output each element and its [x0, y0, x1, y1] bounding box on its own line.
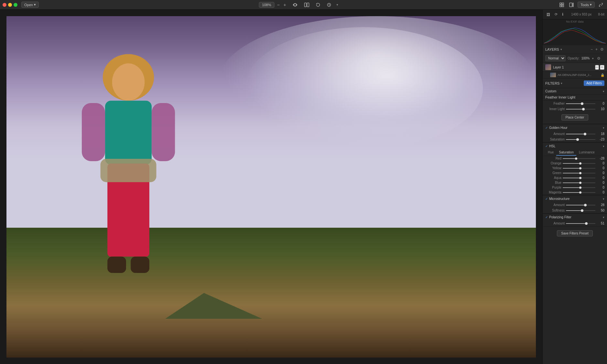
filters-title-wrap: FILTERS ▾: [545, 81, 562, 85]
blend-mode-select[interactable]: Normal: [545, 55, 566, 61]
hsl-tab-luminance[interactable]: Luminance: [576, 150, 597, 156]
hsl-magenta-row: Magenta 0: [543, 190, 607, 195]
image-bit-depth: 8-bit: [598, 13, 604, 16]
svg-rect-11: [105, 101, 152, 165]
golden-hour-amount-track[interactable]: [566, 134, 595, 134]
hsl-aqua-value: 0: [597, 176, 604, 180]
golden-hour-collapse-icon: ▾: [603, 126, 604, 130]
golden-hour-title: Golden Hour: [549, 126, 602, 130]
layer-1-item[interactable]: Layer 1 ✏ 👁: [543, 63, 607, 72]
open-button[interactable]: Open ▾: [21, 2, 39, 8]
hsl-green-fill: [563, 173, 579, 173]
hsl-purple-fill: [563, 187, 579, 188]
tools-label: Tools: [580, 3, 589, 7]
info-icons: 🖼 ⟳ ℹ: [545, 12, 565, 17]
resize-button[interactable]: [597, 2, 604, 8]
close-traffic-light[interactable]: [3, 3, 6, 7]
hsl-orange-label: Orange: [545, 161, 561, 165]
filter-name-text: Feather Inner Light: [545, 95, 575, 99]
tools-button[interactable]: Tools ▾: [578, 2, 595, 8]
layers-minus-button[interactable]: −: [590, 47, 593, 52]
zoom-in-button[interactable]: +: [282, 2, 287, 8]
svg-rect-17: [131, 257, 149, 273]
toolbar-chevron: ▾: [336, 3, 338, 6]
layers-gear-button[interactable]: ⚙: [596, 56, 601, 61]
hsl-red-track[interactable]: [563, 158, 595, 159]
feather-value: 0: [597, 102, 604, 105]
panel-toggle-button[interactable]: [568, 2, 575, 8]
undo-button[interactable]: [314, 2, 322, 8]
add-filters-button[interactable]: Add Filters: [584, 80, 604, 86]
layers-settings-button[interactable]: ⚙: [600, 47, 604, 52]
polarizing-amount-value: 51: [597, 222, 604, 225]
place-center-button[interactable]: Place Center: [561, 114, 589, 120]
golden-hour-header[interactable]: ✓ Golden Hour ▾: [543, 124, 607, 131]
hsl-magenta-thumb: [579, 191, 581, 193]
grid-view-button[interactable]: [558, 2, 565, 8]
hsl-green-track[interactable]: [563, 173, 595, 173]
polarizing-amount-track[interactable]: [566, 223, 595, 224]
hsl-purple-track[interactable]: [563, 187, 595, 188]
svg-rect-15: [100, 159, 156, 182]
layers-controls: Normal Opacity: 100% ▾ ⚙: [543, 54, 607, 63]
hsl-yellow-track[interactable]: [563, 168, 595, 169]
photo-canvas: [6, 16, 536, 358]
layers-plus-button[interactable]: +: [595, 47, 598, 52]
microstructure-softness-value: 50: [597, 209, 604, 212]
save-filters-preset-button[interactable]: Save Filters Preset: [557, 230, 592, 236]
hsl-tab-saturation[interactable]: Saturation: [556, 150, 576, 156]
polarizing-header[interactable]: ✓ Polarizing Filter ▾: [543, 214, 607, 221]
inner-light-slider-track[interactable]: [566, 109, 595, 109]
minimize-traffic-light[interactable]: [8, 3, 12, 7]
layer-edit-button[interactable]: ✏: [595, 65, 599, 70]
zoom-out-button[interactable]: −: [276, 2, 281, 8]
inner-light-label: Inner Light: [545, 107, 565, 111]
layers-header[interactable]: LAYERS ▾ − + ⚙: [543, 45, 607, 54]
microstructure-amount-track[interactable]: [566, 205, 595, 205]
hsl-title: HSL: [549, 144, 602, 148]
main-content: 🖼 ⟳ ℹ 1400 x 933 px 8-bit No EXIF data: [0, 10, 607, 364]
hsl-aqua-track[interactable]: [563, 178, 595, 178]
maximize-traffic-light[interactable]: [14, 3, 17, 7]
info-bar: 🖼 ⟳ ℹ 1400 x 933 px 8-bit: [543, 10, 607, 19]
info-detail-button[interactable]: ℹ: [561, 12, 565, 17]
svg-rect-7: [570, 3, 572, 7]
toolbar-right: Tools ▾: [558, 2, 604, 8]
hsl-blue-track[interactable]: [563, 182, 595, 183]
layers-actions: − + ⚙: [590, 47, 604, 52]
layer-visibility-button[interactable]: 👁: [600, 65, 604, 70]
feather-slider-row: Feather 0: [543, 101, 607, 106]
history-button[interactable]: [325, 2, 333, 8]
custom-filter-row[interactable]: Custom ▾: [543, 88, 607, 95]
hsl-orange-track[interactable]: [563, 163, 595, 164]
hsl-red-row: Red -28: [543, 156, 607, 161]
layer-1-name: Layer 1: [553, 66, 593, 69]
hsl-blue-value: 0: [597, 181, 604, 184]
compare-button[interactable]: [303, 2, 311, 8]
microstructure-header[interactable]: ✓ Microstructure ▾: [543, 195, 607, 202]
hsl-tab-hue[interactable]: Hue: [545, 150, 556, 156]
golden-hour-saturation-track[interactable]: [566, 139, 595, 140]
feather-slider-track[interactable]: [566, 103, 595, 104]
golden-hour-amount-thumb: [584, 133, 586, 135]
hsl-check-icon: ✓: [545, 144, 548, 148]
hsl-yellow-row: Yellow 0: [543, 166, 607, 171]
hsl-blue-label: Blue: [545, 181, 561, 184]
hsl-header[interactable]: ✓ HSL ▾: [543, 143, 607, 150]
image-icon-button[interactable]: 🖼: [545, 12, 551, 17]
hsl-purple-thumb: [579, 186, 581, 189]
hsl-aqua-label: Aqua: [545, 176, 561, 180]
hsl-magenta-track[interactable]: [563, 192, 595, 193]
eye-button[interactable]: [291, 2, 299, 7]
info-refresh-button[interactable]: ⟳: [553, 12, 559, 17]
microstructure-softness-row: Softness 50: [543, 208, 607, 213]
opacity-chevron-button[interactable]: ▾: [591, 57, 594, 60]
no-exif-label: No EXIF data: [543, 20, 607, 23]
hsl-blue-row: Blue 0: [543, 180, 607, 185]
tools-chevron-icon: ▾: [590, 3, 592, 7]
golden-hour-saturation-thumb: [576, 138, 579, 141]
filters-title: FILTERS: [545, 81, 559, 85]
filters-section: FILTERS ▾ Add Filters Custom ▾ Feather I…: [543, 78, 607, 364]
microstructure-softness-track[interactable]: [566, 210, 595, 211]
zoom-value[interactable]: 108%: [259, 2, 274, 8]
